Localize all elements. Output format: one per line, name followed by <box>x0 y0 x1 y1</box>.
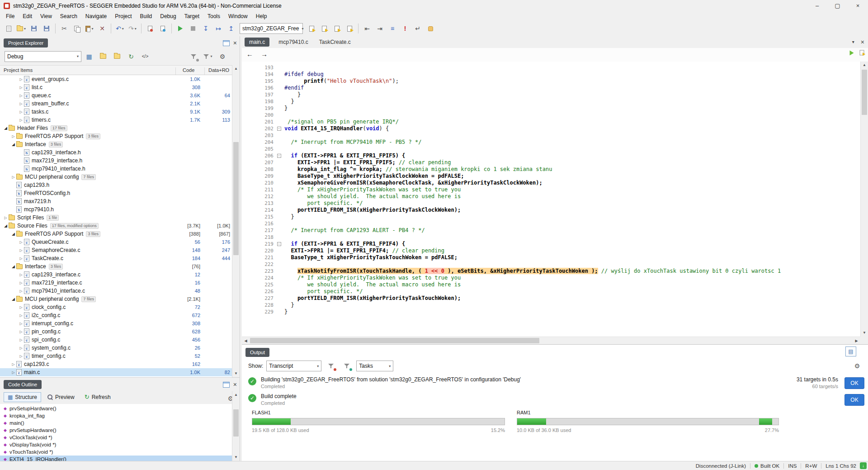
tree-collapse-icon[interactable]: ◢ <box>10 142 16 147</box>
menu-project[interactable]: Project <box>111 12 136 20</box>
tree-expand-icon[interactable]: ▷ <box>10 134 16 138</box>
popout-panel-icon[interactable]: ▤ <box>845 347 856 356</box>
new-file-icon[interactable] <box>3 23 14 34</box>
tree-row[interactable]: ◢Interface3 files <box>0 140 232 148</box>
code-line[interactable]: 209 BaseType_t xHigherPriorityTaskClockW… <box>242 173 860 180</box>
tree-row[interactable]: hmcp79410.h <box>0 205 232 214</box>
tree-row[interactable]: ▷cSemaphoreCreate.c148247 <box>0 246 232 254</box>
code-line[interactable]: 208 kropka_int_flag ^= kropka; // sterow… <box>242 166 860 173</box>
outline-scroll-up-icon[interactable]: ▲ <box>232 391 240 399</box>
fold-toggle-icon[interactable]: - <box>274 241 284 247</box>
tree-row[interactable]: hcap1293_interface.h <box>0 148 232 157</box>
pan-hand-icon[interactable] <box>425 23 436 34</box>
step-out-icon[interactable]: ↥ <box>225 23 237 34</box>
refresh-icon[interactable]: ↻ <box>125 51 137 62</box>
code-line[interactable]: 205 <box>242 146 860 152</box>
code-line[interactable]: 224 /* If xHigherPriorityTaskWoken was s… <box>242 275 860 281</box>
tree-row[interactable]: ▷FreeRTOS APP Support3 files <box>0 132 232 140</box>
close-button[interactable]: × <box>848 0 868 11</box>
tree-row[interactable]: hmax7219.h <box>0 197 232 205</box>
editor-vscrollbar[interactable]: ▲ ▼ <box>860 62 868 337</box>
tree-row[interactable]: ▷MCU peripheral config7 files <box>0 173 232 181</box>
code-line[interactable]: 218 <box>242 234 860 241</box>
code-line[interactable]: 217 /* Inerrupt from CAP1293 ALERT - PB4… <box>242 227 860 234</box>
menu-navigate[interactable]: Navigate <box>81 12 111 20</box>
tree-row[interactable]: ▷cinterrupt_config.c308 <box>0 319 232 328</box>
tree-row[interactable]: ▷ci2c_config.c672 <box>0 311 232 319</box>
step-into-icon[interactable]: ↧ <box>200 23 212 34</box>
filter-add-icon[interactable] <box>341 360 353 372</box>
outline-scrollbar[interactable]: ▲ ▼ <box>232 391 240 461</box>
tree-collapse-icon[interactable]: ◢ <box>10 232 16 236</box>
nav-forward-icon[interactable]: → <box>261 50 268 58</box>
code-line[interactable]: 221 BaseType_t xHigherPriorityTaskTouchW… <box>242 254 860 261</box>
copy-icon[interactable] <box>71 23 83 34</box>
tree-expand-icon[interactable]: ▷ <box>18 338 24 342</box>
tree-expand-icon[interactable]: ▷ <box>18 85 24 90</box>
tree-row[interactable]: ◢Source Files17 files, modified options[… <box>0 222 232 230</box>
code-line[interactable]: 196#endif <box>242 85 860 91</box>
close-panel-icon[interactable]: × <box>233 40 237 46</box>
rebuild-project-icon[interactable] <box>331 23 343 34</box>
code-line[interactable]: 215 } <box>242 214 860 220</box>
cut-icon[interactable]: ✂ <box>58 23 70 34</box>
tab-mcp79410-c[interactable]: mcp79410.c <box>277 38 310 46</box>
code-line[interactable]: 213 port specific. */ <box>242 200 860 207</box>
code-line[interactable]: 207 EXTI->FPR1 |= EXTI_FPR1_FPIF5; // cl… <box>242 159 860 166</box>
scroll-up-icon[interactable]: ▲ <box>232 65 240 72</box>
tree-collapse-icon[interactable]: ◢ <box>10 297 16 301</box>
menu-tools[interactable]: Tools <box>203 12 224 20</box>
tree-row[interactable]: ▷cspi_config.c456 <box>0 336 232 344</box>
save-icon[interactable] <box>28 23 40 34</box>
split-view-icon[interactable] <box>860 50 864 56</box>
fold-toggle-icon[interactable]: - <box>274 125 284 132</box>
editor-scroll-down-icon[interactable]: ▼ <box>861 329 868 337</box>
outline-panel-icon[interactable] <box>223 382 230 388</box>
float-panel-icon[interactable] <box>223 40 230 46</box>
compile-file-icon[interactable] <box>306 23 317 34</box>
code-view-icon[interactable]: </> <box>139 51 151 62</box>
code-area[interactable]: 193194#ifdef debug195 printf("Hello vTou… <box>242 62 860 337</box>
menu-edit[interactable]: Edit <box>19 12 36 20</box>
outline-scroll-down-icon[interactable]: ▼ <box>232 454 240 461</box>
panel-tab-output[interactable]: Output <box>245 348 269 357</box>
column-header-code[interactable]: Code <box>183 67 194 73</box>
panel-tab-code-outline[interactable]: Code Outline <box>4 380 42 389</box>
configuration-selector[interactable]: Debug ▾ <box>5 51 81 62</box>
code-line[interactable]: 203 <box>242 132 860 139</box>
tree-row[interactable]: ◢Interface3 files[76] <box>0 262 232 271</box>
editor-scroll-up-icon[interactable]: ▲ <box>861 62 868 69</box>
tree-expand-icon[interactable]: ▷ <box>18 354 24 358</box>
toggle-bookmark-icon[interactable] <box>144 23 156 34</box>
updates-icon[interactable]: ↓ <box>860 462 867 469</box>
code-line[interactable]: 212 we should yield. The actual macro us… <box>242 193 860 200</box>
maximize-button[interactable]: ▢ <box>827 0 848 11</box>
target-selector[interactable]: stm32g0_ZEGAR_Free▾ <box>240 23 303 34</box>
code-line[interactable]: 197 } <box>242 91 860 98</box>
tree-collapse-icon[interactable]: ◢ <box>10 264 16 269</box>
build-project-icon[interactable] <box>318 23 330 34</box>
outline-item[interactable]: ◆prvSetupHardware() <box>0 427 232 434</box>
editor-hscroll-thumb[interactable] <box>250 338 539 343</box>
jump-to-icon[interactable] <box>850 50 854 55</box>
run-icon[interactable] <box>175 23 186 34</box>
code-line[interactable]: 214 portYIELD_FROM_ISR(xHigherPriorityTa… <box>242 207 860 214</box>
tree-row[interactable]: ▷cstream_buffer.c2.1K <box>0 100 232 108</box>
tree-row[interactable]: ▷clist.c308 <box>0 83 232 91</box>
editor-scroll-right-icon[interactable]: ▶ <box>853 337 860 344</box>
code-line[interactable]: 220 EXTI->FPR1 |= EXTI_FPR1_FPIF4; // cl… <box>242 247 860 254</box>
scroll-down-icon[interactable]: ▼ <box>232 370 240 377</box>
code-line[interactable]: 206- if (EXTI->FPR1 & EXTI_FPR1_FPIF5) { <box>242 152 860 159</box>
tree-expand-icon[interactable]: ▷ <box>18 77 24 81</box>
tab-list-icon[interactable]: ▾ <box>852 40 854 44</box>
delete-icon[interactable]: ✕ <box>96 23 108 34</box>
tree-expand-icon[interactable]: ▷ <box>10 362 16 366</box>
menu-build[interactable]: Build <box>136 12 156 20</box>
tree-expand-icon[interactable]: ▷ <box>18 273 24 277</box>
output-gear-icon[interactable]: ⚙ <box>851 360 863 372</box>
code-line[interactable]: 211 /* If xHigherPriorityTaskWoken was s… <box>242 186 860 193</box>
code-line[interactable]: 222 <box>242 261 860 268</box>
filter-remove-icon[interactable] <box>325 360 337 372</box>
code-line[interactable]: 195 printf("Hello vTouchTask\n"); <box>242 78 860 85</box>
tree-row[interactable]: hFreeRTOSConfig.h <box>0 189 232 197</box>
